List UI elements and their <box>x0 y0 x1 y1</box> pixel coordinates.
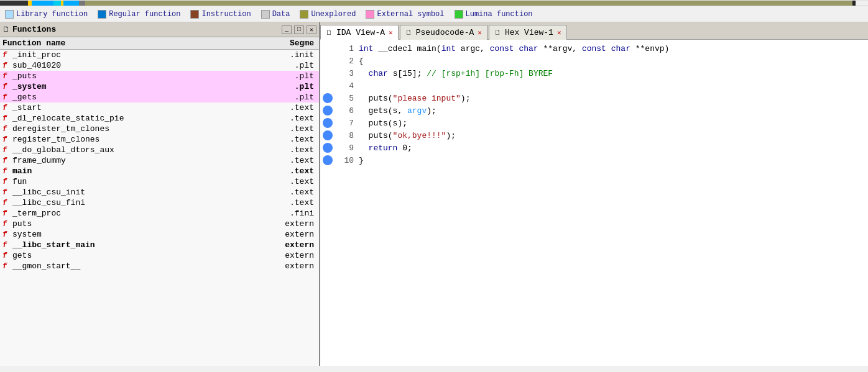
function-row[interactable]: fderegister_tm_clones.text <box>0 124 319 134</box>
code-line[interactable]: 2{ <box>320 55 868 67</box>
legend-bar: Library function Regular function Instru… <box>0 6 868 22</box>
restore-button[interactable]: □ <box>294 25 304 34</box>
empty-dot <box>323 56 333 66</box>
function-row[interactable]: fmain.text <box>0 166 319 176</box>
function-icon: f <box>2 146 10 155</box>
function-row[interactable]: fregister_tm_clones.text <box>0 134 319 145</box>
function-segment: .text <box>267 145 316 155</box>
code-line[interactable]: 4 <box>320 79 868 92</box>
legend-lumina: Lumina function <box>455 10 533 19</box>
legend-label-lumina: Lumina function <box>466 10 533 19</box>
function-row[interactable]: f_init_proc.init <box>0 50 319 60</box>
right-panel: 🗋 IDA View-A ✕ 🗋 Pseudocode-A ✕ 🗋 Hex Vi… <box>320 22 868 366</box>
code-line[interactable]: 10} <box>320 154 868 166</box>
tab-ida-view[interactable]: 🗋 IDA View-A ✕ <box>320 25 399 40</box>
tab-pseudocode-close[interactable]: ✕ <box>478 29 482 37</box>
legend-regular: Regular function <box>98 10 180 19</box>
code-line[interactable]: 9 return 0; <box>320 142 868 154</box>
breakpoint-dot <box>323 155 333 165</box>
tab-ida-label: IDA View-A <box>336 28 385 37</box>
function-segment: .text <box>267 177 316 186</box>
minimize-button[interactable]: _ <box>282 25 292 34</box>
code-line[interactable]: 1int __cdecl main(int argc, const char *… <box>320 42 868 55</box>
code-line[interactable]: 7 puts(s); <box>320 117 868 129</box>
function-name: _term_proc <box>12 209 267 218</box>
empty-dot <box>323 81 333 91</box>
function-segment: .text <box>267 114 316 123</box>
code-line[interactable]: 5 puts("please input"); <box>320 92 868 104</box>
function-row[interactable]: fputsextern <box>0 219 319 229</box>
code-line[interactable]: 8 puts("ok,bye!!!"); <box>320 129 868 142</box>
empty-dot <box>323 68 333 78</box>
function-segment: .text <box>267 156 316 165</box>
function-icon: f <box>2 178 10 186</box>
code-area[interactable]: 1int __cdecl main(int argc, const char *… <box>320 40 868 366</box>
function-name: __gmon_start__ <box>12 261 267 271</box>
function-name: _gets <box>12 93 267 102</box>
function-segment: .text <box>267 188 316 197</box>
tab-ida-close[interactable]: ✕ <box>389 29 393 37</box>
legend-label-unexplored: Unexplored <box>311 10 356 19</box>
function-icon: f <box>2 199 10 207</box>
col-name-header: Function name <box>2 39 267 48</box>
function-icon: f <box>2 157 10 165</box>
function-icon: f <box>2 104 10 112</box>
legend-label-library: Library function <box>16 10 88 19</box>
function-row[interactable]: fgetsextern <box>0 250 319 261</box>
tab-hex-close[interactable]: ✕ <box>557 29 561 37</box>
code-line[interactable]: 6 gets(s, argv); <box>320 104 868 117</box>
function-row[interactable]: f__gmon_start__extern <box>0 261 319 271</box>
tab-pseudocode-label: Pseudocode-A <box>416 28 474 37</box>
functions-table[interactable]: Function name Segme f_init_proc.initfsub… <box>0 37 319 366</box>
function-segment: .fini <box>267 209 316 218</box>
col-segment-header: Segme <box>267 39 316 48</box>
legend-color-regular <box>98 10 106 19</box>
function-icon: f <box>2 135 10 144</box>
legend-external: External symbol <box>366 10 444 19</box>
function-segment: .text <box>267 124 316 134</box>
function-name: deregister_tm_clones <box>12 124 267 134</box>
function-row[interactable]: f_term_proc.fini <box>0 208 319 219</box>
breakpoint-dot <box>323 143 333 153</box>
function-name: _dl_relocate_static_pie <box>12 114 267 123</box>
tab-hex-view[interactable]: 🗋 Hex View-1 ✕ <box>489 25 567 40</box>
legend-color-instruction <box>190 10 199 19</box>
ida-view-icon: 🗋 <box>326 29 333 37</box>
function-segment: .text <box>267 103 316 112</box>
function-row[interactable]: fsystemextern <box>0 229 319 240</box>
legend-instruction: Instruction <box>190 10 251 19</box>
legend-label-regular: Regular function <box>109 10 180 19</box>
function-row[interactable]: f_gets.plt <box>0 92 319 102</box>
function-row[interactable]: f_start.text <box>0 102 319 113</box>
function-row[interactable]: f_puts.plt <box>0 71 319 81</box>
line-number: 1 <box>335 44 354 53</box>
function-row[interactable]: f__libc_start_mainextern <box>0 240 319 250</box>
function-segment: .plt <box>267 71 316 81</box>
function-row[interactable]: f__do_global_dtors_aux.text <box>0 145 319 155</box>
functions-header: Function name Segme <box>0 37 319 50</box>
legend-unexplored: Unexplored <box>300 10 356 19</box>
function-name: register_tm_clones <box>12 135 267 144</box>
function-segment: extern <box>267 230 316 239</box>
function-row[interactable]: f_dl_relocate_static_pie.text <box>0 113 319 124</box>
code-line[interactable]: 3 char s[15]; // [rsp+1h] [rbp-Fh] BYREF <box>320 67 868 79</box>
line-code: char s[15]; // [rsp+1h] [rbp-Fh] BYREF <box>359 69 553 78</box>
function-icon: f <box>2 61 10 70</box>
line-number: 2 <box>335 57 354 66</box>
functions-titlebar: 🗋 Functions _ □ ✕ <box>0 22 319 37</box>
close-button[interactable]: ✕ <box>307 25 316 34</box>
function-icon: f <box>2 252 10 260</box>
breakpoint-dot <box>323 130 333 140</box>
function-row[interactable]: fframe_dummy.text <box>0 155 319 166</box>
function-row[interactable]: f__libc_csu_fini.text <box>0 197 319 208</box>
function-name: __libc_csu_fini <box>12 198 267 207</box>
function-segment: extern <box>267 219 316 229</box>
function-row[interactable]: f__libc_csu_init.text <box>0 187 319 197</box>
function-row[interactable]: f_system.plt <box>0 81 319 92</box>
line-number: 3 <box>335 69 354 78</box>
function-segment: .plt <box>267 93 316 102</box>
function-row[interactable]: fsub_401020.plt <box>0 60 319 71</box>
legend-color-external <box>366 10 374 19</box>
tab-pseudocode[interactable]: 🗋 Pseudocode-A ✕ <box>400 25 487 40</box>
function-row[interactable]: ffun.text <box>0 176 319 187</box>
